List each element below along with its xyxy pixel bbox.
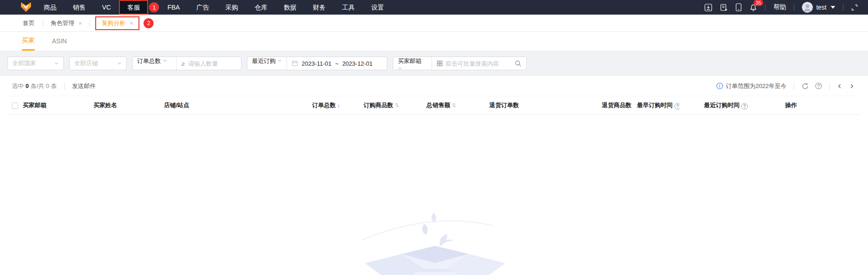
- results-card: 选中 0 条/共 0 条 发送邮件 订单范围为2022年至今: [7, 76, 861, 275]
- close-icon[interactable]: ×: [78, 20, 82, 27]
- search-input[interactable]: [446, 57, 514, 69]
- shop-select-value: 全部店铺: [74, 59, 98, 67]
- nav-item-settings[interactable]: 设置: [363, 0, 392, 15]
- notice-text: 订单范围为2022年至今: [726, 82, 786, 90]
- chevron-down-icon: [117, 61, 122, 66]
- search-icon[interactable]: [514, 60, 522, 67]
- shop-select[interactable]: 全部店铺: [69, 57, 127, 70]
- nav-item-vc[interactable]: VC: [94, 0, 119, 15]
- empty-box-illustration: [357, 212, 512, 275]
- order-metric-select[interactable]: 订单总数: [133, 57, 176, 70]
- col-total-sales: 总销售额: [426, 102, 450, 109]
- total-count: 0: [46, 83, 49, 89]
- divider: [843, 4, 843, 10]
- select-all-checkbox[interactable]: [12, 103, 18, 109]
- help-icon[interactable]: ?: [741, 103, 748, 109]
- nav-item-tools[interactable]: 工具: [334, 0, 363, 15]
- bell-icon[interactable]: 35: [750, 3, 757, 11]
- sub-tabs: 买家 ASIN: [0, 32, 868, 51]
- annotation-badge-1: 1: [149, 2, 159, 12]
- selected-label: 选中: [12, 82, 24, 90]
- tab-asin[interactable]: ASIN: [52, 37, 67, 51]
- divider: [765, 4, 765, 10]
- calendar-icon: [292, 60, 298, 67]
- nav-item-ads[interactable]: 广告: [188, 0, 217, 15]
- divider: [64, 83, 65, 90]
- selected-mid-label: 条/共: [31, 82, 44, 90]
- tab-label: 角色管理: [51, 19, 74, 27]
- col-return-items: 退货商品数: [602, 102, 632, 109]
- chevron-down-icon: [54, 61, 59, 66]
- col-order-total-sortable[interactable]: 订单总数↓: [256, 96, 343, 114]
- recent-order-value: 最近订购: [252, 57, 276, 64]
- doc-add-icon[interactable]: [720, 4, 728, 11]
- close-icon[interactable]: ×: [129, 20, 133, 27]
- mobile-icon[interactable]: [735, 3, 742, 11]
- page-prev-icon[interactable]: [837, 83, 842, 89]
- chevron-down-icon: [277, 58, 282, 63]
- tab-repurchase-analysis[interactable]: 复购分析: [102, 19, 125, 27]
- order-count-filter-group: 订单总数 ≥: [132, 57, 241, 70]
- country-select-value: 全部国家: [12, 59, 36, 67]
- nav-item-warehouse[interactable]: 仓库: [247, 0, 276, 15]
- divider: [431, 57, 432, 70]
- col-items-purchased-sortable[interactable]: 订购商品数⇅: [343, 96, 402, 114]
- divider: [89, 20, 90, 26]
- fullscreen-icon[interactable]: [851, 4, 858, 11]
- user-menu[interactable]: test: [802, 2, 835, 13]
- annotation-box-2: 复购分析 ×: [95, 16, 139, 30]
- date-range-picker[interactable]: 2023-11-01 ~ 2023-12-01: [287, 60, 377, 67]
- download-icon[interactable]: [704, 4, 712, 11]
- quantity-input[interactable]: [188, 57, 241, 69]
- logo-fox-icon[interactable]: [20, 2, 32, 13]
- tab-home[interactable]: 首页: [18, 19, 39, 27]
- nav-item-purchase[interactable]: 采购: [217, 0, 247, 15]
- col-actions: 操作: [785, 102, 797, 109]
- help-icon[interactable]: ?: [674, 103, 680, 109]
- send-email-button[interactable]: 发送邮件: [72, 82, 96, 90]
- nav-item-customer-service[interactable]: 客服: [120, 0, 147, 15]
- table-toolbar: 选中 0 条/共 0 条 发送邮件 订单范围为2022年至今: [7, 76, 861, 96]
- order-metric-value: 订单总数: [137, 57, 161, 64]
- nav-item-finance[interactable]: 财务: [305, 0, 334, 15]
- search-field-select[interactable]: 买家邮箱: [393, 57, 431, 70]
- unit-label: 条: [51, 82, 57, 90]
- divider: [829, 83, 830, 90]
- tab-role-management[interactable]: 角色管理 ×: [47, 19, 86, 27]
- col-latest-order-time: 最近订购时间: [704, 102, 740, 109]
- page-next-icon[interactable]: [849, 83, 854, 89]
- date-separator: ~: [335, 60, 339, 67]
- help-link[interactable]: 帮助: [773, 3, 786, 11]
- top-nav: 商品 销售 VC 客服 1 FBA 广告 采购 仓库 数据 财务 工具 设置: [0, 0, 868, 15]
- avatar: [802, 2, 813, 13]
- divider: [794, 83, 794, 90]
- order-range-notice: 订单范围为2022年至今: [716, 82, 786, 90]
- info-icon: [716, 83, 723, 89]
- annotation-badge-2: 2: [144, 18, 154, 28]
- chevron-down-icon: [163, 58, 167, 63]
- buyers-table: 买家邮箱 买家姓名 店铺/站点 订单总数↓ 订购商品数⇅ 总销售额⇅ 退货订单数…: [7, 96, 861, 115]
- recent-order-select[interactable]: 最近订购: [247, 57, 287, 70]
- chevron-down-icon: [398, 66, 402, 71]
- col-return-orders: 退货订单数: [489, 102, 519, 109]
- date-end: 2023-12-01: [342, 60, 373, 67]
- nav-item-data[interactable]: 数据: [276, 0, 305, 15]
- refresh-icon[interactable]: [801, 83, 809, 90]
- nav-item-fba[interactable]: FBA: [159, 0, 188, 15]
- col-order-total: 订单总数: [312, 102, 336, 109]
- tab-buyer[interactable]: 买家: [22, 36, 35, 51]
- col-shop-site: 店铺/站点: [164, 102, 190, 109]
- col-buyer-email: 买家邮箱: [23, 102, 46, 109]
- selected-count: 0: [26, 83, 29, 89]
- annotation-box-1: 客服: [119, 0, 148, 15]
- question-icon[interactable]: [815, 83, 822, 89]
- country-select[interactable]: 全部国家: [7, 57, 64, 70]
- col-total-sales-sortable[interactable]: 总销售额⇅: [402, 96, 459, 114]
- divider: [794, 4, 794, 10]
- search-filter-group: 买家邮箱: [393, 57, 527, 70]
- nav-item-products[interactable]: 商品: [36, 0, 65, 15]
- divider: [43, 20, 43, 26]
- nav-item-sales[interactable]: 销售: [65, 0, 94, 15]
- page-tabs-bar: 首页 角色管理 × 复购分析 × 2: [0, 15, 868, 32]
- col-items-purchased: 订购商品数: [364, 102, 393, 109]
